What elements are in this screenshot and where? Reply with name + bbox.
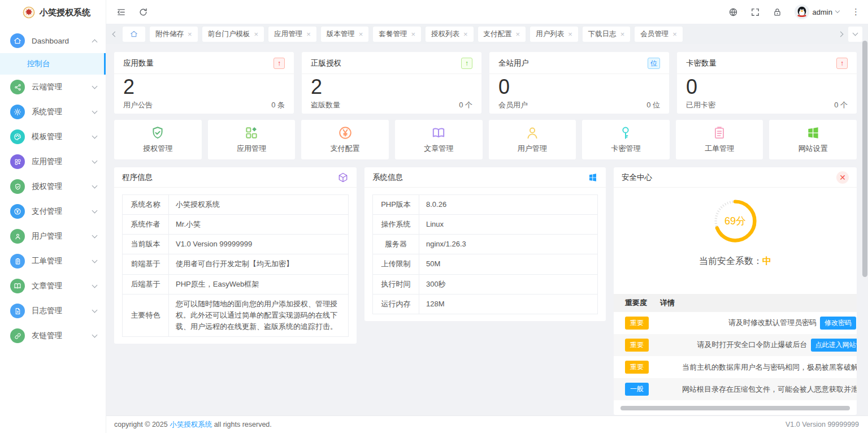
version-text: V1.0 Version 99999999 bbox=[785, 421, 859, 428]
close-icon[interactable]: × bbox=[306, 31, 311, 38]
quick-action-label: 网站设置 bbox=[798, 144, 828, 154]
submenu-label: 控制台 bbox=[27, 59, 50, 69]
tabs-dropdown[interactable] bbox=[848, 27, 862, 42]
user-icon bbox=[10, 229, 25, 244]
up-arrow-badge: ↑ bbox=[274, 58, 285, 69]
tab-item[interactable]: 会员管理× bbox=[635, 27, 683, 42]
sidebar-collapse-icon[interactable] bbox=[116, 7, 126, 17]
tab-item[interactable]: 授权列表× bbox=[426, 27, 474, 42]
sidebar-item-console[interactable]: 控制台 bbox=[0, 53, 106, 75]
security-table: 重要度 详情 重要 请及时修改默认管理员密码修改密码 重要 请及时打开安全口令防… bbox=[614, 294, 857, 400]
info-label: 上传限制 bbox=[373, 254, 419, 274]
close-icon[interactable]: × bbox=[463, 31, 468, 38]
fullscreen-icon[interactable] bbox=[750, 7, 760, 17]
book-icon bbox=[10, 279, 25, 293]
program-info-table: 系统名称小笑授权系统 系统作者Mr.小笑 当前版本V1.0 Version 99… bbox=[122, 194, 349, 337]
importance-badge: 重要 bbox=[625, 361, 649, 374]
stat-foot-value: 0 个 bbox=[834, 100, 848, 110]
quick-action-cardkeys[interactable]: 卡密管理 bbox=[582, 120, 670, 159]
brand-link[interactable]: 小笑授权系统 bbox=[170, 421, 212, 428]
quick-action-users[interactable]: 用户管理 bbox=[489, 120, 576, 159]
tab-item[interactable]: 套餐管理× bbox=[373, 27, 421, 42]
tab-home[interactable] bbox=[123, 27, 145, 42]
palette-icon bbox=[10, 129, 25, 144]
info-value: 300秒 bbox=[419, 274, 598, 294]
tab-item[interactable]: 用户列表× bbox=[530, 27, 578, 42]
chevron-down-icon bbox=[92, 158, 98, 163]
sidebar-item-links[interactable]: 友链管理 bbox=[0, 323, 106, 348]
topbar: admin ⋮ bbox=[106, 0, 868, 24]
tab-item[interactable]: 应用管理× bbox=[268, 27, 316, 42]
quick-action-site-settings[interactable]: 网站设置 bbox=[769, 120, 857, 159]
column-header: 详情 bbox=[654, 294, 857, 312]
open-site-settings-button[interactable]: 点此进入网站设置打开 bbox=[811, 339, 857, 352]
language-globe-icon[interactable] bbox=[728, 7, 738, 17]
system-info-table: PHP版本8.0.26 操作系统Linux 服务器nginx/1.26.3 上传… bbox=[372, 194, 598, 314]
unit-badge: 位 bbox=[648, 58, 660, 69]
info-value: PHP原生，EasyWeb框架 bbox=[169, 274, 349, 294]
info-label: 执行时间 bbox=[373, 274, 419, 294]
home-icon bbox=[10, 33, 25, 48]
horizontal-scrollbar[interactable] bbox=[620, 406, 850, 410]
refresh-icon[interactable] bbox=[138, 7, 148, 17]
tabs-scroll-right[interactable] bbox=[837, 32, 844, 36]
stat-title: 全站用户 bbox=[498, 58, 529, 68]
tabs-scroll-left[interactable] bbox=[112, 32, 118, 36]
quick-action-label: 应用管理 bbox=[237, 144, 266, 154]
close-icon[interactable]: × bbox=[359, 31, 363, 38]
sidebar-item-articles[interactable]: 文章管理 bbox=[0, 274, 106, 298]
vertical-scrollbar[interactable] bbox=[862, 41, 867, 277]
sidebar-item-payment[interactable]: 支付管理 bbox=[0, 199, 106, 224]
quick-action-workorders[interactable]: 工单管理 bbox=[676, 120, 763, 159]
stat-value: 2 bbox=[114, 74, 294, 99]
chevron-down-icon bbox=[92, 282, 98, 288]
sidebar-item-application[interactable]: 应用管理 bbox=[0, 149, 106, 174]
sidebar-item-authorization[interactable]: 授权管理 bbox=[0, 174, 106, 199]
close-icon[interactable]: × bbox=[516, 31, 520, 38]
tab-item[interactable]: 前台门户模板× bbox=[202, 27, 264, 42]
info-value: 您可以随时随地的面向您的用户添加授权、管理授权。此外还可以通过简单的配置实现源码… bbox=[169, 294, 349, 336]
chevron-down-icon bbox=[92, 183, 98, 188]
close-icon[interactable]: × bbox=[620, 31, 625, 38]
quick-action-label: 用户管理 bbox=[518, 144, 547, 154]
sidebar-item-system[interactable]: 系统管理 bbox=[0, 99, 106, 124]
tab-item[interactable]: 支付配置× bbox=[478, 27, 526, 42]
sidebar-item-cloud[interactable]: 云端管理 bbox=[0, 75, 106, 99]
info-label: 主要特色 bbox=[123, 294, 169, 336]
info-value: V1.0 Version 99999999 bbox=[169, 235, 349, 254]
sidebar-item-dashboard[interactable]: Dashboard bbox=[0, 28, 106, 53]
close-icon[interactable]: × bbox=[568, 31, 572, 38]
more-menu-icon[interactable]: ⋮ bbox=[852, 7, 860, 17]
lock-icon[interactable] bbox=[772, 7, 782, 17]
sidebar-item-users[interactable]: 用户管理 bbox=[0, 224, 106, 249]
user-menu[interactable]: admin bbox=[795, 5, 839, 19]
quick-action-payment[interactable]: 支付配置 bbox=[301, 120, 389, 159]
app-logo-row: 小笑授权系统 bbox=[0, 0, 106, 25]
close-icon[interactable]: × bbox=[254, 31, 259, 38]
tab-item[interactable]: 附件储存× bbox=[150, 27, 198, 42]
close-icon[interactable]: × bbox=[411, 31, 415, 38]
stat-title: 卡密数量 bbox=[686, 58, 717, 68]
stat-foot-label: 会员用户 bbox=[498, 100, 528, 110]
tab-item[interactable]: 版本管理× bbox=[321, 27, 369, 42]
close-icon[interactable]: ✕ bbox=[836, 171, 849, 184]
sidebar-item-template[interactable]: 模板管理 bbox=[0, 124, 106, 149]
file-icon bbox=[10, 304, 25, 318]
quick-action-articles[interactable]: 文章管理 bbox=[395, 120, 483, 159]
tab-item[interactable]: 下载日志× bbox=[583, 27, 631, 42]
change-password-button[interactable]: 修改密码 bbox=[820, 317, 856, 330]
sidebar-item-logs[interactable]: 日志管理 bbox=[0, 298, 106, 323]
security-row: 重要 请及时打开安全口令防止爆破后台点此进入网站设置打开 bbox=[614, 334, 857, 356]
quick-action-apps[interactable]: 应用管理 bbox=[208, 120, 296, 159]
sidebar-item-label: 支付管理 bbox=[32, 206, 86, 216]
stat-card-apps: 应用数量↑ 2 用户公告0 条 bbox=[114, 52, 294, 114]
importance-badge: 一般 bbox=[625, 383, 649, 396]
sidebar-item-workorder[interactable]: 工单管理 bbox=[0, 249, 106, 274]
close-icon[interactable]: × bbox=[188, 31, 192, 38]
quick-action-label: 文章管理 bbox=[424, 144, 453, 154]
quick-action-label: 授权管理 bbox=[143, 144, 172, 154]
security-row: 一般 网站根目录存在压缩包文件，可能会被人恶意获取并泄露数据库密码 bbox=[614, 378, 857, 400]
user-icon bbox=[525, 125, 540, 140]
quick-action-authorization[interactable]: 授权管理 bbox=[114, 120, 202, 159]
close-icon[interactable]: × bbox=[672, 31, 677, 38]
